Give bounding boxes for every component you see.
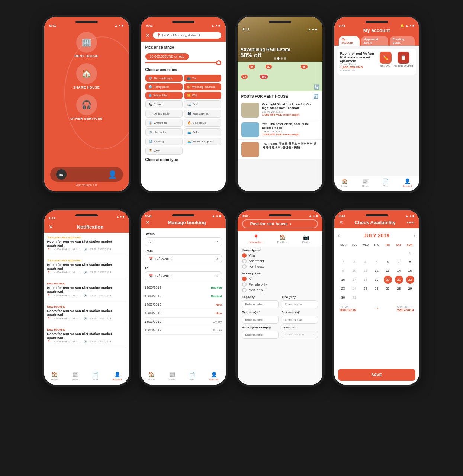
tab-information[interactable]: 📍 Information [249,234,262,244]
cal-5[interactable]: 5 [373,258,381,266]
amenity-sofa[interactable]: 🛋️Sofa [184,128,221,136]
refresh-icon[interactable]: 🔄 [313,94,319,99]
amenity-wardrobe[interactable]: 👔Wardrobe [145,119,183,127]
amenity-wifi[interactable]: 📶Wifi [184,92,221,99]
cal-23[interactable]: 23 [339,284,347,293]
amenity-washer[interactable]: 🧺Washing machine [184,83,221,90]
tab-pending[interactable]: Pending posts [390,36,415,46]
tab-approved[interactable]: Approved posts [361,36,388,46]
booking-row-3[interactable]: 15/03/2019 New [145,309,222,318]
cal-28[interactable]: 28 [395,284,403,293]
save-button[interactable]: SAVE [338,369,415,381]
cal-27[interactable]: 27 [384,284,392,293]
amenity-pool[interactable]: 🏊Swimming pool [184,138,221,145]
nav-news-6[interactable]: 📰 News [168,372,175,381]
notif-item-2[interactable]: New booking Room for rent Vo Van Kiet st… [47,282,126,301]
prev-month-btn[interactable]: ‹ [338,232,340,239]
cal-12[interactable]: 12 [373,267,381,275]
radio-villa[interactable]: Villa [242,253,318,258]
cal-4[interactable]: 4 [361,258,370,266]
cal-2[interactable]: 2 [339,258,347,266]
cal-31[interactable]: 31 [350,293,358,302]
cal-17[interactable]: 17 [350,276,358,284]
listing-item-0[interactable]: One night Stand hotel, comfort One night… [238,100,322,120]
menu-item-rent[interactable]: 🏢 RENT HOUSE [50,32,123,58]
nav-news-5[interactable]: 📰 News [72,372,78,381]
amenity-water[interactable]: 💧Water filter [145,92,183,99]
nav-post-6[interactable]: 📄 Post [189,372,195,381]
amenity-bed[interactable]: 🛏️Bed [184,100,221,108]
radio-apartment[interactable]: Apartment [242,259,318,263]
next-month-btn[interactable]: › [413,232,415,239]
cal-19[interactable]: 19 [373,276,381,284]
tab-facilities[interactable]: 🏠 Facilities [277,234,287,244]
clear-button[interactable]: Clear [407,221,414,224]
cal-25[interactable]: 25 [361,284,370,293]
cal-24[interactable]: 24 [350,284,358,293]
booking-close[interactable]: ✕ [145,219,150,225]
menu-item-other[interactable]: 🎧 OTHER SERVICES [50,94,123,120]
status-select[interactable]: All › [145,237,222,246]
calendar-grid[interactable]: 1 2 3 4 5 6 7 8 9 10 11 12 13 14 15 16 1… [338,249,415,302]
tab-my-account[interactable]: My account [339,36,360,46]
cal-10[interactable]: 10 [350,267,358,275]
cal-14[interactable]: 14 [395,267,403,275]
floor-input[interactable] [242,331,279,339]
booking-row-1[interactable]: 13/03/2019 Booked [145,292,222,300]
radio-female[interactable]: Female only [242,282,318,287]
notif-item-1[interactable]: Your post was approved Room for rent Vo … [47,259,126,278]
booking-row-0[interactable]: 12/03/2019 Booked [145,283,222,292]
radio-male[interactable]: Male only [242,288,318,292]
edit-post-btn[interactable]: ✏️ Edit post [380,52,392,67]
nav-account-6[interactable]: 👤 Account [209,372,219,381]
amenity-cabinet[interactable]: 🗄️Wall cabinet [184,110,221,118]
notif-item-0[interactable]: Your post was approved Room for rent Vo … [47,236,126,255]
restroom-input[interactable] [282,316,318,324]
nav-home-6[interactable]: 🏠 Home [148,372,155,381]
radio-penthouse[interactable]: Penthouse [242,264,318,269]
cal-30[interactable]: 30 [339,293,347,302]
booking-row-4[interactable]: 16/03/2019 Empty [145,318,222,326]
lang-button[interactable]: EN [56,169,67,180]
nav-account-4[interactable]: 👤 Account [403,178,412,187]
bedroom-input[interactable] [242,316,279,324]
booking-row-5[interactable]: 16/03/2019 Empty [145,326,222,335]
amenity-dining[interactable]: 🍽️Dining table [145,110,183,118]
amenity-gas[interactable]: 🔥Gas stove [184,119,221,127]
amenity-air[interactable]: ❄️Air conditioner [145,75,183,82]
direction-select[interactable]: Enter direction › [282,331,318,338]
amenity-fridge[interactable]: 🧊Refrigerator [145,83,183,90]
close-button[interactable]: ✕ [145,32,150,38]
manage-booking-btn[interactable]: 📋 Manage booking [394,52,413,67]
menu-item-share[interactable]: 🏠 SHARE HOUSE [50,63,123,89]
avail-close[interactable]: ✕ [339,219,343,225]
nav-account-5[interactable]: 👤 Account [113,372,122,381]
map-refresh[interactable]: 🔄 [314,83,319,90]
amenity-tivi[interactable]: 📺Tivi [184,75,221,82]
nav-home-4[interactable]: 🏠 Home [341,178,348,187]
amenity-parking[interactable]: 🅿️Parking [145,138,183,145]
cal-18[interactable]: 18 [361,276,370,284]
notif-close[interactable]: ✕ [49,224,53,230]
nav-news-4[interactable]: 📰 News [362,178,369,187]
cal-16[interactable]: 16 [339,276,347,284]
cal-9[interactable]: 9 [339,267,347,275]
nav-post-5[interactable]: 📄 Post [92,372,99,381]
amenity-gym[interactable]: 🏋️Gym [145,147,183,155]
cal-13[interactable]: 13 [384,267,392,275]
cal-21[interactable]: 21 [395,276,403,284]
notif-item-3[interactable]: New booking Room for rent Vo Van Kiet st… [47,305,126,324]
cal-1[interactable]: 1 [406,249,414,257]
slider-thumb[interactable] [216,60,221,65]
cal-29[interactable]: 29 [406,284,414,293]
cal-3[interactable]: 3 [350,258,358,266]
area-input[interactable] [282,300,318,308]
cal-11[interactable]: 11 [361,267,370,275]
cal-20[interactable]: 20 [384,276,392,284]
tab-photos[interactable]: 📷 Photos [302,234,311,244]
cal-15[interactable]: 15 [406,267,414,275]
from-date-picker[interactable]: 📅 12/03/2019 › [145,254,222,263]
cal-8[interactable]: 8 [406,258,414,266]
price-slider[interactable] [145,62,221,63]
listing-item-1[interactable]: Yên Bình hotel, clean, cool, quite neigh… [238,120,322,140]
